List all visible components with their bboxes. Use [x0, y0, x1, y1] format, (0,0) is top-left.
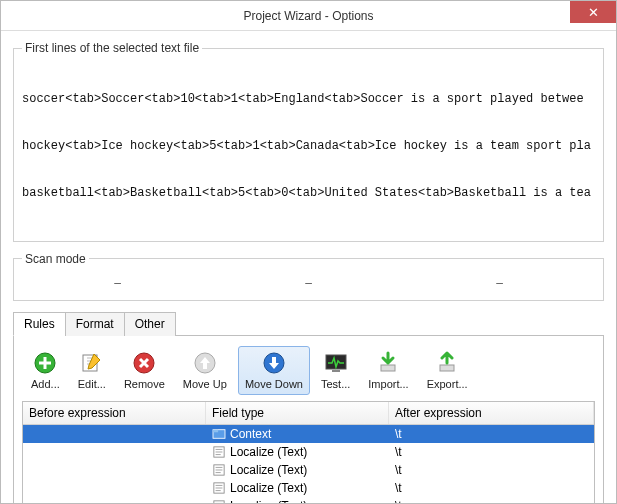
grid-header: Before expression Field type After expre…: [23, 402, 594, 425]
close-button[interactable]: ✕: [570, 1, 616, 23]
cell-after: \t: [389, 498, 594, 504]
cell-after: \t: [389, 480, 594, 496]
cell-field: Localize (Text): [206, 462, 389, 478]
first-lines-group: First lines of the selected text file so…: [13, 41, 604, 242]
text-doc-icon: [212, 464, 226, 476]
cell-field: Localize (Text): [206, 444, 389, 460]
plus-circle-icon: [33, 351, 57, 375]
cell-after: \t: [389, 426, 594, 442]
first-lines-legend: First lines of the selected text file: [22, 41, 202, 55]
svg-rect-25: [214, 500, 224, 504]
table-row[interactable]: Localize (Text)\t: [23, 497, 594, 504]
table-row[interactable]: Localize (Text)\t: [23, 479, 594, 497]
table-row[interactable]: Localize (Text)\t: [23, 461, 594, 479]
scan-mode-cell: –: [496, 276, 503, 290]
import-button[interactable]: Import...: [361, 346, 415, 395]
cell-before: [23, 469, 206, 471]
edit-button[interactable]: Edit...: [71, 346, 113, 395]
text-doc-icon: [212, 500, 226, 504]
svg-rect-2: [44, 357, 47, 369]
cell-before: [23, 433, 206, 435]
monitor-pulse-icon: [324, 351, 348, 375]
svg-rect-10: [440, 365, 454, 371]
add-button[interactable]: Add...: [24, 346, 67, 395]
tab-rules[interactable]: Rules: [13, 312, 66, 336]
window-title: Project Wizard - Options: [1, 9, 616, 23]
delete-circle-icon: [132, 351, 156, 375]
scan-mode-cell: –: [305, 276, 312, 290]
scan-mode-legend: Scan mode: [22, 252, 89, 266]
tab-other[interactable]: Other: [124, 312, 176, 336]
col-field[interactable]: Field type: [206, 402, 389, 424]
close-icon: ✕: [588, 5, 599, 20]
arrow-up-circle-icon: [193, 351, 217, 375]
move-up-button[interactable]: Move Up: [176, 346, 234, 395]
scan-mode-group: Scan mode – – –: [13, 252, 604, 301]
import-arrow-icon: [376, 351, 400, 375]
tab-format[interactable]: Format: [65, 312, 125, 336]
text-doc-icon: [212, 446, 226, 458]
table-row[interactable]: Context\t: [23, 425, 594, 443]
svg-rect-12: [213, 429, 218, 432]
context-icon: [212, 428, 226, 440]
rules-grid: Before expression Field type After expre…: [22, 401, 595, 504]
test-button[interactable]: Test...: [314, 346, 357, 395]
table-row[interactable]: Localize (Text)\t: [23, 443, 594, 461]
svg-rect-8: [332, 370, 340, 372]
col-after[interactable]: After expression: [389, 402, 594, 424]
text-doc-icon: [212, 482, 226, 494]
cell-before: [23, 451, 206, 453]
pencil-note-icon: [80, 351, 104, 375]
cell-before: [23, 487, 206, 489]
svg-rect-9: [381, 365, 395, 371]
cell-field: Localize (Text): [206, 498, 389, 504]
remove-button[interactable]: Remove: [117, 346, 172, 395]
scan-mode-cell: –: [114, 276, 121, 290]
grid-body: Context\tLocalize (Text)\tLocalize (Text…: [23, 425, 594, 504]
arrow-down-circle-icon: [262, 351, 286, 375]
export-button[interactable]: Export...: [420, 346, 475, 395]
cell-after: \t: [389, 444, 594, 460]
rules-toolbar: Add... Edit... Remove Move Up Move Down …: [22, 344, 595, 401]
cell-field: Context: [206, 426, 389, 442]
cell-field: Localize (Text): [206, 480, 389, 496]
rules-panel: Add... Edit... Remove Move Up Move Down …: [13, 336, 604, 504]
tab-strip: Rules Format Other: [13, 311, 604, 336]
cell-after: \t: [389, 462, 594, 478]
move-down-button[interactable]: Move Down: [238, 346, 310, 395]
preview-text: soccer<tab>Soccer<tab>10<tab>1<tab>Engla…: [22, 61, 595, 233]
title-bar: Project Wizard - Options ✕: [1, 1, 616, 31]
export-arrow-icon: [435, 351, 459, 375]
col-before[interactable]: Before expression: [23, 402, 206, 424]
